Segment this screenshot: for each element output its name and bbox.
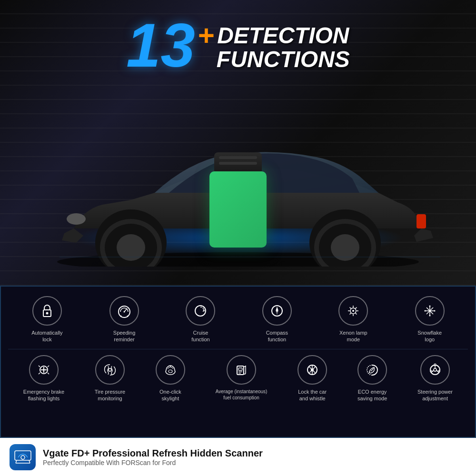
eco-icon [357, 355, 387, 385]
eco-label: ECO energysaving mode [357, 388, 387, 402]
bottom-bar: Vgate FD+ Professional Refresh Hidden Sc… [0, 438, 476, 476]
feature-fuel: Average (instantaneous)fuel consumption [216, 355, 268, 402]
steering-label: Steering poweradjustment [417, 388, 453, 402]
svg-line-30 [350, 313, 351, 315]
feature-compass: Compassfunction [262, 296, 292, 343]
emergency-brake-label: Emergency brakeflashing lights [23, 388, 64, 402]
row-divider [8, 349, 468, 349]
detection-text: DETECTION FUNCTIONS [217, 24, 350, 72]
svg-point-15 [124, 311, 125, 313]
svg-point-43 [109, 368, 111, 371]
svg-line-27 [350, 307, 351, 309]
svg-point-55 [434, 368, 436, 371]
svg-point-36 [429, 306, 430, 307]
xenon-label: Xenon lampmode [339, 329, 367, 343]
features-row1: Automaticallylock Speedingreminder [8, 296, 468, 343]
hero-section: 13 + DETECTION FUNCTIONS [0, 0, 476, 286]
svg-rect-2 [416, 214, 426, 228]
feature-whistle: Lock the carand whistle [298, 355, 327, 402]
features-row2: Emergency brakeflashing lights Tire pres… [8, 355, 468, 402]
features-section: Automaticallylock Speedingreminder [0, 286, 476, 438]
snowflake-label: Snowflakelogo [417, 329, 442, 343]
plus-sign: + [198, 21, 214, 50]
svg-point-63 [21, 456, 25, 459]
whistle-label: Lock the carand whistle [298, 388, 327, 402]
auto-lock-icon [32, 296, 62, 326]
svg-line-29 [356, 307, 357, 309]
svg-point-35 [429, 310, 431, 312]
emergency-brake-icon [29, 355, 59, 385]
svg-point-44 [169, 370, 172, 373]
number-display: 13 [126, 14, 195, 76]
xenon-icon [338, 296, 368, 326]
feature-steering: Steering poweradjustment [417, 355, 453, 402]
svg-point-37 [429, 315, 430, 317]
detection-line1: DETECTION [217, 24, 350, 48]
bottom-text-container: Vgate FD+ Professional Refresh Hidden Sc… [43, 448, 263, 466]
feature-emergency-brake: Emergency brakeflashing lights [23, 355, 64, 402]
skylight-icon [156, 355, 185, 385]
bottom-subtitle: Perfectly Compatible With FORScan for Fo… [43, 459, 263, 466]
svg-point-59 [430, 370, 432, 372]
fuel-icon [227, 355, 256, 385]
bottom-title: Vgate FD+ Professional Refresh Hidden Sc… [43, 448, 263, 459]
svg-point-1 [67, 213, 86, 225]
feature-eco: ECO energysaving mode [357, 355, 387, 402]
snowflake-icon [415, 296, 445, 326]
app-icon [10, 444, 36, 470]
svg-point-52 [311, 368, 314, 371]
detection-line2: FUNCTIONS [217, 48, 350, 71]
svg-point-60 [438, 370, 440, 372]
cruise-icon [186, 296, 215, 326]
obd-device [209, 152, 267, 248]
fuel-label: Average (instantaneous)fuel consumption [216, 388, 268, 401]
feature-skylight: One-clickskylight [156, 355, 185, 402]
svg-rect-47 [238, 368, 242, 370]
svg-point-38 [424, 310, 426, 312]
tire-pressure-label: Tire pressuremonitoring [95, 388, 125, 402]
auto-lock-label: Automaticallylock [31, 329, 62, 343]
speeding-label: Speedingreminder [113, 329, 136, 343]
cruise-label: Cruisefunction [191, 329, 210, 343]
svg-point-22 [352, 310, 354, 312]
whistle-icon [298, 355, 327, 385]
compass-label: Compassfunction [266, 329, 288, 343]
speeding-icon [109, 296, 139, 326]
tire-pressure-icon [95, 355, 125, 385]
svg-line-28 [356, 313, 357, 315]
feature-snowflake: Snowflakelogo [415, 296, 445, 343]
compass-icon [262, 296, 292, 326]
skylight-label: One-clickskylight [159, 388, 181, 402]
feature-auto-lock: Automaticallylock [31, 296, 62, 343]
feature-cruise: Cruisefunction [186, 296, 215, 343]
feature-tire-pressure: Tire pressuremonitoring [95, 355, 125, 402]
svg-point-39 [434, 310, 435, 312]
svg-point-13 [46, 312, 48, 315]
device-body [209, 171, 267, 248]
main-container: 13 + DETECTION FUNCTIONS [0, 0, 476, 476]
steering-icon [420, 355, 450, 385]
device-connector [214, 152, 262, 171]
feature-speeding: Speedingreminder [109, 296, 139, 343]
svg-point-20 [276, 310, 278, 312]
title-container: 13 + DETECTION FUNCTIONS [126, 14, 350, 76]
feature-xenon: Xenon lampmode [338, 296, 368, 343]
